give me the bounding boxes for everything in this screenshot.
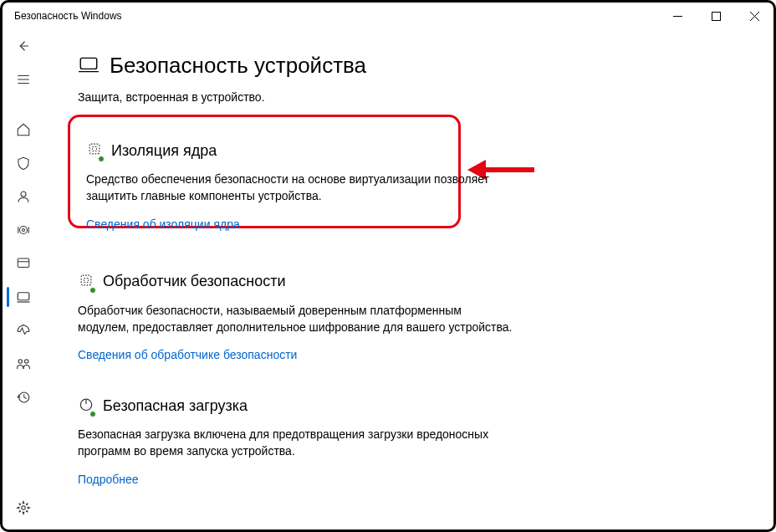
- svg-rect-23: [81, 275, 91, 285]
- titlebar: Безопасность Windows: [3, 3, 773, 29]
- nav-firewall[interactable]: [7, 213, 40, 247]
- minimize-button[interactable]: [658, 3, 697, 29]
- page-title: Безопасность устройства: [110, 53, 366, 79]
- chip-icon: [86, 141, 103, 161]
- nav-account-protection[interactable]: [7, 180, 40, 213]
- nav-device-security[interactable]: [7, 280, 40, 314]
- body: Безопасность устройства Защита, встроенн…: [3, 29, 773, 529]
- nav-device-performance[interactable]: [7, 314, 40, 347]
- nav-settings[interactable]: [7, 491, 40, 524]
- main-content: Безопасность устройства Защита, встроенн…: [44, 29, 773, 529]
- nav-home[interactable]: [7, 113, 40, 146]
- sidebar: [3, 29, 44, 529]
- nav-protection-history[interactable]: [7, 381, 40, 414]
- back-button[interactable]: [7, 29, 40, 63]
- svg-rect-21: [89, 144, 100, 154]
- section-title: Обработчик безопасности: [103, 273, 286, 290]
- svg-point-8: [21, 192, 26, 197]
- section-description: Средство обеспечения безопасности на осн…: [86, 171, 504, 205]
- section-description: Обработчик безопасности, называемый дове…: [78, 302, 513, 336]
- window-title: Безопасность Windows: [14, 10, 122, 22]
- section-secure-boot: Безопасная загрузка Безопасная загрузка …: [78, 394, 513, 489]
- maximize-button[interactable]: [697, 3, 735, 29]
- secure-boot-learn-more-link[interactable]: Подробнее: [78, 473, 139, 486]
- section-title: Изоляция ядра: [111, 142, 217, 160]
- window: Безопасность Windows: [0, 0, 776, 532]
- svg-rect-1: [712, 12, 720, 20]
- svg-rect-13: [18, 293, 29, 300]
- nav-family-options[interactable]: [7, 347, 40, 381]
- device-icon: [78, 54, 100, 79]
- secure-boot-icon: [78, 396, 94, 416]
- close-button[interactable]: [735, 3, 773, 29]
- svg-point-16: [25, 360, 29, 364]
- page-subtitle: Защита, встроенная в устройство.: [78, 90, 740, 104]
- svg-rect-11: [18, 258, 29, 268]
- processor-icon: [78, 272, 94, 292]
- svg-point-18: [22, 506, 26, 510]
- core-isolation-details-link[interactable]: Сведения об изоляции ядра: [86, 217, 240, 231]
- page-title-row: Безопасность устройства: [78, 53, 740, 79]
- section-title: Безопасная загрузка: [103, 397, 248, 415]
- security-processor-details-link[interactable]: Сведения об обработчике безопасности: [78, 348, 297, 361]
- svg-point-9: [23, 229, 25, 232]
- svg-point-15: [18, 360, 23, 364]
- window-controls: [658, 3, 773, 29]
- section-security-processor: Обработчик безопасности Обработчик безоп…: [78, 270, 513, 365]
- nav-virus-protection[interactable]: [7, 146, 40, 180]
- section-description: Безопасная загрузка включена для предотв…: [78, 426, 513, 460]
- nav-app-browser-control[interactable]: [7, 247, 40, 280]
- svg-rect-24: [84, 278, 89, 282]
- menu-button[interactable]: [7, 63, 40, 96]
- svg-point-10: [20, 227, 28, 234]
- section-core-isolation: Изоляция ядра Средство обеспечения безоп…: [78, 129, 513, 240]
- svg-rect-19: [80, 58, 97, 69]
- svg-rect-22: [93, 147, 97, 151]
